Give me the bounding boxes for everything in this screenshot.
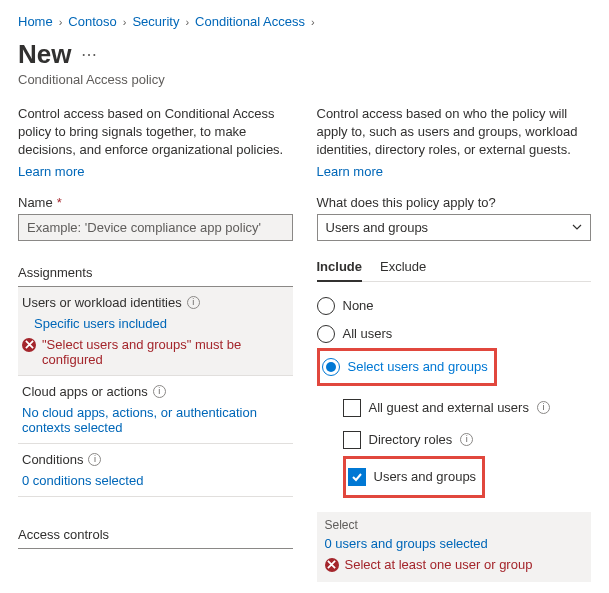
chevron-down-icon [572,222,582,232]
specific-users-link[interactable]: Specific users included [22,316,289,331]
error-icon [22,338,36,352]
breadcrumb-conditional-access[interactable]: Conditional Access [195,14,305,29]
checkbox-icon [343,399,361,417]
radio-none[interactable]: None [317,292,592,320]
error-icon [325,558,339,572]
select-panel-title: Select [325,518,584,532]
checkbox-guests[interactable]: All guest and external users i [343,392,592,424]
highlight-select-users: Select users and groups [317,348,497,386]
chevron-right-icon: › [311,16,315,28]
apply-to-value: Users and groups [326,220,429,235]
conditions-row[interactable]: Conditions i 0 conditions selected [18,444,293,497]
info-icon[interactable]: i [88,453,101,466]
users-identities-label: Users or workload identities [22,295,182,310]
users-identities-row[interactable]: Users or workload identities i Specific … [18,287,293,376]
left-description: Control access based on Conditional Acce… [18,105,293,160]
chevron-right-icon: › [185,16,189,28]
right-column: Control access based on who the policy w… [317,105,592,582]
select-panel-error: Select at least one user or group [325,557,584,572]
cloud-apps-link[interactable]: No cloud apps, actions, or authenticatio… [22,405,289,435]
checkbox-directory-roles[interactable]: Directory roles i [343,424,592,456]
users-error: "Select users and groups" must be config… [22,337,289,367]
page-subtitle: Conditional Access policy [18,72,591,87]
access-controls-header: Access controls [18,521,293,549]
name-input[interactable] [18,214,293,241]
learn-more-link-right[interactable]: Learn more [317,164,383,179]
info-icon[interactable]: i [537,401,550,414]
apply-to-select[interactable]: Users and groups [317,214,592,241]
breadcrumb-contoso[interactable]: Contoso [68,14,116,29]
radio-icon [317,297,335,315]
conditions-link[interactable]: 0 conditions selected [22,473,289,488]
tab-exclude[interactable]: Exclude [380,253,426,281]
checkbox-icon [348,468,366,486]
left-column: Control access based on Conditional Acce… [18,105,293,582]
info-icon[interactable]: i [460,433,473,446]
info-icon[interactable]: i [187,296,200,309]
select-panel: Select 0 users and groups selected Selec… [317,512,592,582]
breadcrumb-home[interactable]: Home [18,14,53,29]
select-users-link[interactable]: 0 users and groups selected [325,536,488,551]
cloud-apps-label: Cloud apps or actions [22,384,148,399]
checkbox-users-and-groups[interactable]: Users and groups [348,461,477,493]
chevron-right-icon: › [123,16,127,28]
conditions-label: Conditions [22,452,83,467]
radio-all-users[interactable]: All users [317,320,592,348]
info-icon[interactable]: i [153,385,166,398]
more-icon[interactable]: ⋯ [81,45,98,64]
breadcrumb: Home › Contoso › Security › Conditional … [18,10,591,39]
page-title: New [18,39,71,70]
right-description: Control access based on who the policy w… [317,105,592,160]
apply-to-label: What does this policy apply to? [317,195,592,210]
cloud-apps-row[interactable]: Cloud apps or actions i No cloud apps, a… [18,376,293,444]
include-exclude-tabs: Include Exclude [317,253,592,282]
radio-select-users-groups[interactable]: Select users and groups [322,353,488,381]
assignments-header: Assignments [18,259,293,287]
tab-include[interactable]: Include [317,253,363,282]
radio-icon [322,358,340,376]
radio-icon [317,325,335,343]
name-label: Name* [18,195,293,210]
breadcrumb-security[interactable]: Security [132,14,179,29]
learn-more-link[interactable]: Learn more [18,164,84,179]
highlight-users-groups: Users and groups [343,456,486,498]
chevron-right-icon: › [59,16,63,28]
checkbox-icon [343,431,361,449]
